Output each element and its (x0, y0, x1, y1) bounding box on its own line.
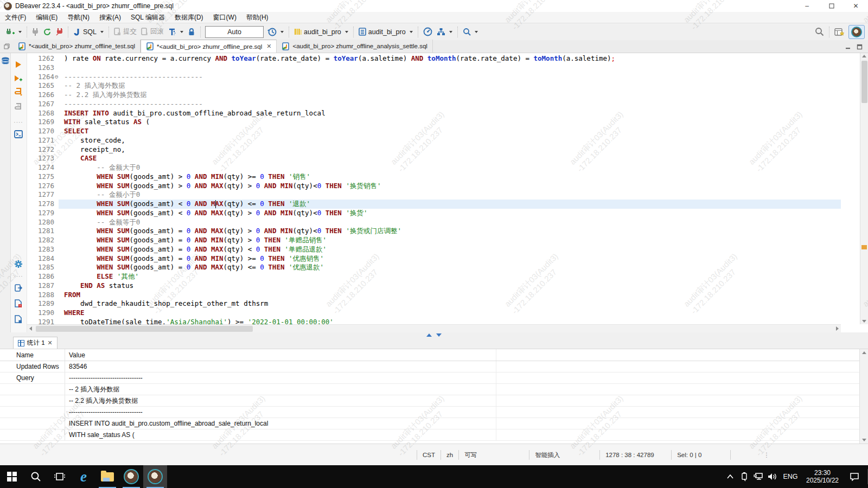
execute-script-button[interactable] (14, 87, 23, 97)
save-file-button[interactable] (14, 314, 23, 324)
dbeaver-perspective-button[interactable] (848, 25, 865, 39)
reconnect-button[interactable] (41, 26, 54, 38)
task-view-button[interactable] (48, 465, 72, 488)
code-line-1282[interactable]: 1282 WHEN SUM(goods_amt) = 0 AND MIN(qty… (27, 236, 841, 245)
code-line-1268[interactable]: 1268INSERT INTO audit_bi_pro.custom_offl… (27, 109, 841, 118)
volume-tray-icon[interactable] (765, 465, 780, 488)
commit-mode-button[interactable] (435, 26, 455, 37)
isolation-combo[interactable]: Auto (205, 26, 264, 38)
menu-item-5[interactable]: 数据库(D) (170, 12, 208, 23)
code-line-1264[interactable]: 1264⊖---------------------------------- (27, 73, 841, 82)
restore-panel-icon[interactable] (0, 40, 13, 53)
menu-item-6[interactable]: 窗口(W) (208, 12, 241, 23)
taskbar-search-button[interactable] (24, 465, 48, 488)
code-line-1270[interactable]: 1270SELECT (27, 127, 841, 136)
table-row[interactable]: INSERT INTO audit_bi_pro.custom_offline_… (0, 418, 859, 429)
commit-button[interactable]: 提交 (112, 25, 139, 38)
code-line-1271[interactable]: 1271 store_code, (27, 136, 841, 145)
tray-expand-button[interactable] (723, 465, 737, 488)
explain-plan-button[interactable] (14, 102, 23, 112)
table-row[interactable]: Query---------------------------------- (0, 373, 859, 384)
code-area[interactable]: 1262) rate ON rate.currency = a.currency… (27, 53, 841, 324)
quick-search-button[interactable] (461, 26, 480, 37)
code-line-1283[interactable]: 1283 WHEN SUM(goods_amt) = 0 AND MAX(qty… (27, 245, 841, 254)
code-line-1275[interactable]: 1275 WHEN SUM(goods_amt) > 0 AND MIN(qty… (27, 172, 841, 182)
database-navigator-icon[interactable] (1, 56, 10, 66)
table-row[interactable]: ---------------------------------- (0, 407, 859, 418)
code-line-1288[interactable]: 1288FROM (27, 291, 841, 300)
usb-tray-icon[interactable] (737, 465, 751, 488)
menu-item-3[interactable]: 搜索(A) (94, 12, 126, 23)
table-row[interactable]: -- 2.2 插入海外换货数据 (0, 395, 859, 407)
connection-selector[interactable]: audit_bi_pro (292, 26, 350, 37)
code-line-1287[interactable]: 1287 END AS status (27, 281, 841, 291)
dashboard-button[interactable] (421, 25, 435, 38)
save-file-warning-button[interactable] (14, 298, 23, 308)
menu-item-0[interactable]: 文件(F) (0, 12, 31, 23)
editor-tab-2[interactable]: <audit_bi_pro> zhumr_offline_analysis_se… (277, 40, 432, 53)
code-line-1263[interactable]: 1263 (27, 63, 841, 73)
editor-settings-button[interactable] (14, 259, 23, 269)
code-line-1286[interactable]: 1286 ELSE '其他' (27, 272, 841, 281)
menu-item-7[interactable]: 帮助(H) (241, 12, 273, 23)
input-language-button[interactable]: ENG (780, 465, 801, 488)
connect-button[interactable] (30, 26, 41, 38)
close-icon[interactable]: ✕ (48, 339, 53, 346)
code-line-1273[interactable]: 1273 CASE (27, 154, 841, 163)
network-tray-icon[interactable] (751, 465, 765, 488)
menu-item-2[interactable]: 导航(N) (62, 12, 94, 23)
code-line-1279[interactable]: 1279 WHEN SUM(goods_amt) < 0 AND MAX(qty… (27, 209, 841, 218)
menu-item-4[interactable]: SQL 编辑器 (126, 12, 170, 23)
code-line-1267[interactable]: 1267---------------------------------- (27, 100, 841, 109)
close-tab-icon[interactable]: ✕ (266, 43, 271, 50)
code-line-1284[interactable]: 1284 WHEN SUM(goods_amt) = 0 AND MIN(qty… (27, 254, 841, 264)
global-search-button[interactable] (813, 25, 826, 38)
table-row[interactable]: WITH sale_status AS ( (0, 429, 859, 441)
history-button[interactable] (265, 25, 286, 38)
dbeaver-taskbar-button[interactable] (119, 465, 143, 488)
code-line-1285[interactable]: 1285 WHEN SUM(goods_amt) = 0 AND MAX(qty… (27, 263, 841, 272)
maximize-view-icon[interactable] (857, 44, 863, 50)
editor-horizontal-scrollbar[interactable] (27, 324, 841, 332)
open-console-button[interactable] (14, 129, 23, 139)
execute-new-tab-button[interactable] (14, 74, 23, 84)
code-line-1277[interactable]: 1277 -- 金额小于0 (27, 190, 841, 200)
export-result-button[interactable] (14, 283, 23, 293)
code-line-1262[interactable]: 1262) rate ON rate.currency = a.currency… (27, 54, 841, 63)
panel-splitter[interactable] (0, 332, 868, 337)
rollback-button[interactable]: 回滚 (139, 25, 166, 38)
editor-tab-0[interactable]: *<audit_bi_pro> zhumr_offline_test.sql (13, 40, 141, 53)
fold-marker-icon[interactable]: ⊖ (55, 73, 59, 82)
sql-editor-button[interactable]: SQL (71, 26, 106, 38)
minimize-view-icon[interactable] (845, 44, 851, 50)
menu-item-1[interactable]: 编辑(E) (31, 12, 62, 23)
sash-up-icon[interactable] (426, 333, 432, 337)
minimize-button[interactable]: – (795, 0, 819, 12)
code-line-1281[interactable]: 1281 WHEN SUM(goods_amt) = 0 AND MAX(qty… (27, 227, 841, 236)
code-line-1265[interactable]: 1265-- 2 插入海外数据 (27, 81, 841, 91)
maximize-button[interactable] (819, 0, 844, 12)
start-button[interactable] (0, 465, 24, 488)
results-vertical-scrollbar[interactable] (859, 349, 868, 444)
sash-down-icon[interactable] (436, 333, 442, 337)
lock-button[interactable] (186, 26, 197, 38)
code-line-1276[interactable]: 1276 WHEN SUM(goods_amt) > 0 AND MAX(qty… (27, 182, 841, 191)
taskbar-clock[interactable]: 23:30 2025/10/22 (801, 469, 844, 484)
open-perspective-button[interactable] (832, 26, 846, 38)
file-explorer-button[interactable] (95, 465, 119, 488)
transaction-log-button[interactable] (166, 26, 186, 38)
status-caret-position[interactable]: 1278 : 38 : 42789 (599, 450, 671, 460)
action-center-button[interactable] (844, 465, 865, 488)
code-line-1278[interactable]: 1278 WHEN SUM(goods_amt) < 0 AND MAX(qty… (27, 200, 841, 209)
close-button[interactable]: ✕ (844, 0, 868, 12)
code-line-1274[interactable]: 1274 -- 金额大于0 (27, 163, 841, 172)
new-connection-button[interactable] (3, 26, 24, 38)
table-row[interactable]: Updated Rows83546 (0, 361, 859, 373)
editor-tab-1[interactable]: *<audit_bi_pro> zhumr_offline_pre.sql✕ (141, 40, 277, 53)
editor-vertical-scrollbar[interactable] (860, 53, 868, 324)
code-line-1266[interactable]: 1266-- 2.2 插入海外换货数据 (27, 91, 841, 100)
code-line-1290[interactable]: 1290WHERE (27, 309, 841, 318)
code-line-1272[interactable]: 1272 receipt_no, (27, 145, 841, 155)
code-line-1280[interactable]: 1280 -- 金额等于0 (27, 218, 841, 227)
table-row[interactable]: -- 2 插入海外数据 (0, 384, 859, 395)
